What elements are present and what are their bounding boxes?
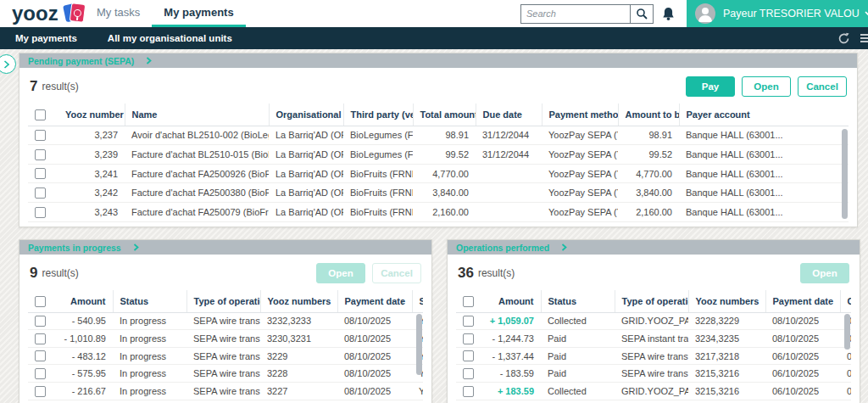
column-header-name[interactable]: Name: [125, 104, 269, 126]
table-row[interactable]: - 216.78In progressSEPA wire transfer322…: [28, 400, 423, 403]
column-header-account[interactable]: Payer account: [679, 104, 849, 126]
user-menu[interactable]: Payeur TRESORIER VALOU: [687, 0, 868, 27]
table-row[interactable]: 3,241Facture d'achat FA2500926 (BioFruit…: [28, 164, 849, 183]
result-label: result(s): [42, 267, 78, 279]
row-checkbox[interactable]: [35, 188, 46, 199]
subnav-all-organisational-units[interactable]: All my organisational units: [92, 27, 248, 49]
cancel-button-disabled[interactable]: Cancel: [372, 263, 421, 283]
cell-topay: 2,160.00: [618, 202, 679, 221]
operations-panel-header[interactable]: Operations performed: [448, 240, 860, 255]
cell-topay: 99.52: [618, 145, 679, 165]
yooz-logo[interactable]: yooz: [12, 2, 89, 25]
tab-my-payments[interactable]: My payments: [152, 0, 245, 27]
result-count: 9: [30, 265, 37, 282]
cell-name: Facture d'achat FA2500946 (BioFruits): [125, 221, 269, 224]
row-checkbox[interactable]: [463, 333, 474, 344]
table-row[interactable]: - 575.95In progressSEPA wire transfer322…: [28, 365, 423, 383]
row-checkbox[interactable]: [35, 368, 46, 379]
row-checkbox[interactable]: [35, 207, 46, 218]
column-header-method[interactable]: Payment method: [542, 104, 618, 126]
select-all-checkbox[interactable]: [463, 296, 474, 307]
pending-panel-header[interactable]: Pending payment (SEPA): [19, 53, 857, 68]
column-header-extra[interactable]: Confi: [840, 290, 851, 312]
pay-button[interactable]: Pay: [686, 76, 735, 97]
cell-type: GRID.YOOZ_PAY.FUN...: [615, 400, 688, 403]
row-checkbox[interactable]: [35, 130, 46, 141]
column-header-org[interactable]: Organisational unit: [269, 104, 343, 126]
column-header-status[interactable]: Status: [113, 290, 186, 312]
column-header-total[interactable]: Total amount (incl. ...: [413, 104, 476, 126]
progress-table-wrap: AmountStatusType of operationYooz number…: [28, 290, 423, 403]
row-checkbox[interactable]: [463, 350, 474, 361]
menu-icon[interactable]: [860, 32, 868, 44]
column-header-extra[interactable]: Servi: [412, 290, 423, 312]
column-header-num[interactable]: Yooz number↑: [58, 104, 125, 126]
cell-name: Avoir d'achat BL2510-002 (BioLegumes): [125, 126, 269, 145]
cell-date: 06/10/2025: [765, 347, 840, 365]
column-header-type[interactable]: Type of operation: [186, 290, 260, 312]
row-checkbox[interactable]: [35, 350, 46, 361]
table-row[interactable]: 3,239Facture d'achat BL2510-015 (BioLegu…: [28, 145, 849, 165]
cancel-button[interactable]: Cancel: [798, 76, 847, 97]
row-checkbox[interactable]: [35, 333, 46, 344]
row-checkbox[interactable]: [35, 149, 46, 160]
table-row[interactable]: 3,244Facture d'achat FA2500946 (BioFruit…: [28, 221, 849, 224]
open-button-disabled[interactable]: Open: [316, 263, 365, 283]
column-header-date[interactable]: ↓Payment date: [337, 290, 412, 312]
search-button[interactable]: [630, 5, 653, 23]
search-input[interactable]: [521, 5, 630, 23]
table-row[interactable]: - 1,244.73PaidSEPA instant transfer3234,…: [456, 330, 851, 348]
cell-num: 3,241: [58, 164, 125, 183]
expand-sidebar-button[interactable]: [0, 54, 16, 74]
column-header-due[interactable]: Due date: [476, 104, 542, 126]
column-header-nums[interactable]: Yooz numbers: [688, 290, 765, 312]
table-row[interactable]: - 183.59PaidSEPA wire transfer3215,32160…: [456, 365, 851, 383]
top-right-controls: Payeur TRESORIER VALOU: [520, 0, 868, 27]
column-header-status[interactable]: Status: [541, 290, 615, 312]
table-row[interactable]: - 483.12In progressSEPA wire transfer322…: [28, 347, 423, 365]
open-button-disabled[interactable]: Open: [800, 263, 849, 283]
table-row[interactable]: - 1,337.44PaidSEPA wire transfer3217,321…: [456, 347, 851, 365]
table-row[interactable]: + 183.59CollectedGRID.YOOZ_PAY.FUN...321…: [456, 382, 851, 400]
row-checkbox[interactable]: [35, 168, 46, 179]
vertical-scrollbar[interactable]: [416, 314, 422, 375]
vertical-scrollbar[interactable]: [842, 129, 848, 219]
select-all-checkbox[interactable]: [35, 109, 46, 120]
row-checkbox[interactable]: [463, 316, 474, 327]
refresh-icon[interactable]: [837, 32, 850, 45]
column-header-type[interactable]: Type of operation: [615, 290, 688, 312]
panel-title: Payments in progress: [28, 243, 121, 253]
tab-my-tasks[interactable]: My tasks: [85, 0, 152, 27]
cell-status: In progress: [113, 347, 186, 365]
column-header-date[interactable]: Payment date: [765, 290, 840, 312]
table-row[interactable]: 3,237Avoir d'achat BL2510-002 (BioLegume…: [28, 126, 849, 145]
table-row[interactable]: - 540.95In progressSEPA wire transfer323…: [28, 312, 423, 330]
table-row[interactable]: 3,243Facture d'achat FA250079 (BioFruits…: [28, 202, 849, 221]
progress-actions: Open Cancel: [316, 263, 421, 283]
column-header-third[interactable]: Third party (vendor,...: [343, 104, 413, 126]
open-button[interactable]: Open: [742, 76, 791, 97]
table-row[interactable]: + 1,059.07CollectedGRID.YOOZ_PAY.FUN...3…: [456, 312, 851, 330]
column-header-topay[interactable]: Amount to be paid: [618, 104, 679, 126]
cell-date: 06/10/2025: [765, 400, 840, 403]
row-checkbox[interactable]: [35, 386, 46, 397]
table-row[interactable]: + 1,337.44CollectedGRID.YOOZ_PAY.FUN...3…: [456, 400, 851, 403]
row-checkbox[interactable]: [35, 316, 46, 327]
column-header-nums[interactable]: Yooz numbers: [260, 290, 337, 312]
row-checkbox[interactable]: [463, 386, 474, 397]
column-header-amount[interactable]: Amount: [50, 290, 113, 312]
table-row[interactable]: - 1,010.89In progressSEPA wire transfer3…: [28, 330, 423, 348]
subnav-my-payments[interactable]: My payments: [0, 27, 92, 49]
column-header-amount[interactable]: Amount: [478, 290, 541, 312]
cell-date: 08/10/2025: [337, 400, 412, 403]
progress-panel-header[interactable]: Payments in progress: [19, 240, 431, 255]
table-row[interactable]: 3,242Facture d'achat FA2500380 (BioFruit…: [28, 183, 849, 203]
row-checkbox[interactable]: [463, 368, 474, 379]
select-all-checkbox[interactable]: [35, 296, 46, 307]
cell-nums: 3232,3233: [260, 312, 337, 330]
notifications-bell-icon[interactable]: [662, 7, 675, 21]
pin-icon: [73, 8, 81, 17]
table-row[interactable]: - 216.67In progressSEPA wire transfer322…: [28, 382, 423, 400]
vertical-scrollbar[interactable]: [844, 314, 850, 350]
cell-amount: - 1,010.89: [50, 330, 113, 348]
